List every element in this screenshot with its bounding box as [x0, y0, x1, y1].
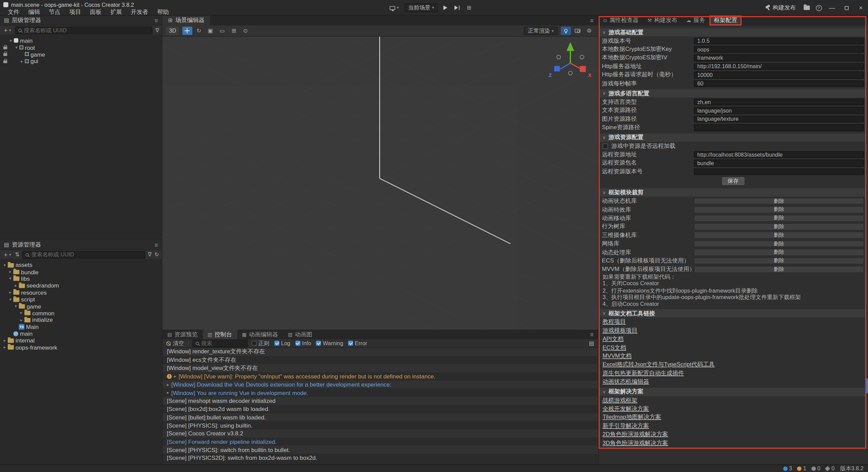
log-row[interactable]: [Scene] [PHYSICS]: switch from builtin t…	[162, 446, 598, 454]
menu-item-7[interactable]: 帮助	[153, 8, 173, 16]
delete-button[interactable]: 删除	[694, 198, 864, 204]
expand-icon[interactable]: ▸	[19, 317, 24, 322]
panel-menu-icon[interactable]: ≡	[590, 331, 598, 338]
hierarchy-node-game[interactable]: game	[2, 51, 162, 58]
play-button[interactable]	[442, 3, 449, 13]
save-button[interactable]: 保存	[722, 178, 744, 185]
property-input-0-2[interactable]	[694, 55, 864, 61]
property-input-0-4[interactable]	[694, 72, 864, 78]
asset-node-internal[interactable]: ▸internal	[2, 337, 162, 344]
link-4-1[interactable]: 游戏模板项目	[600, 326, 866, 335]
link-5-2[interactable]: Tiledmap地图解决方案	[600, 413, 866, 421]
open-log-file-icon[interactable]: ▤	[589, 340, 594, 346]
view-gizmo[interactable]: X Z	[545, 38, 596, 85]
property-input-1-0[interactable]	[694, 99, 864, 105]
property-input-2-0[interactable]	[694, 151, 864, 158]
link-4-6[interactable]: 原生包热更新配置自动生成插件	[600, 369, 866, 377]
maximize-button[interactable]	[839, 0, 854, 16]
property-input-2-1[interactable]	[694, 160, 864, 166]
lock-icon[interactable]	[3, 60, 7, 63]
pivot-button[interactable]: ⊙	[240, 26, 250, 35]
console-filter-0[interactable]: 正则	[252, 339, 269, 347]
link-4-3[interactable]: ECS文档	[600, 343, 866, 352]
preview-layout-button[interactable]: ⊞	[465, 3, 473, 13]
link-5-5[interactable]: 3D角色扮演游戏解决方案	[600, 438, 866, 447]
section-header-0[interactable]: ∨游戏基础配置	[600, 28, 866, 37]
console-search-input[interactable]	[201, 340, 244, 347]
delete-button[interactable]: 删除	[694, 249, 864, 256]
checkbox-icon[interactable]	[603, 143, 608, 149]
create-asset-button[interactable]: + ▾	[3, 251, 12, 258]
asset-node-oops-framework[interactable]: ▸oops-framework	[2, 344, 162, 351]
log-row[interactable]: [Scene] [PHYSICS]: using builtin.	[162, 421, 598, 429]
world-space-button[interactable]: ⊞	[229, 26, 239, 35]
asset-node-game[interactable]: ▾game	[2, 303, 162, 310]
close-button[interactable]: ×	[853, 0, 868, 16]
expand-icon[interactable]: ▸	[167, 382, 169, 387]
camera-settings-button[interactable]	[573, 26, 583, 35]
link-4-2[interactable]: API文档	[600, 335, 866, 343]
create-node-button[interactable]: + ▾	[3, 27, 12, 34]
delete-button[interactable]: 删除	[694, 206, 864, 213]
filter-icon[interactable]: ∇	[155, 27, 159, 33]
log-row[interactable]: [Window] render_texture文件夹不存在	[162, 348, 598, 356]
asset-node-main[interactable]: main	[2, 330, 162, 337]
hierarchy-node-gui[interactable]: ▸gui	[2, 58, 162, 64]
expand-icon[interactable]: ▸	[19, 59, 24, 64]
link-5-0[interactable]: 战棋游戏框架	[600, 396, 866, 405]
menu-item-1[interactable]: 编辑	[24, 8, 44, 16]
hierarchy-node-main[interactable]: ▾main	[2, 37, 162, 44]
asset-node-Main[interactable]: TSMain	[2, 323, 162, 330]
hierarchy-node-root[interactable]: ▾root	[2, 44, 162, 51]
expand-icon[interactable]: ▸	[2, 338, 7, 343]
collapse-icon[interactable]: ▾	[2, 262, 7, 268]
mode-3d-button[interactable]: 3D	[166, 26, 179, 35]
collapse-icon[interactable]: ▾	[8, 297, 13, 302]
console-filter-4[interactable]: Error	[348, 340, 367, 346]
link-4-7[interactable]: 动画状态机编辑器	[600, 377, 866, 386]
section-header-1[interactable]: ∨游戏多语言配置	[600, 90, 866, 98]
refresh-icon[interactable]: ↻	[154, 252, 159, 257]
rect-tool-button[interactable]: ▭	[217, 26, 227, 35]
property-input-0-5[interactable]	[694, 80, 864, 87]
panel-menu-icon[interactable]: ≡	[590, 17, 598, 24]
link-5-1[interactable]: 全栈开发解决方案	[600, 405, 866, 413]
checkbox-icon[interactable]	[252, 341, 257, 346]
collapse-icon[interactable]: ▾	[8, 276, 13, 281]
expand-icon[interactable]: ▸	[2, 345, 7, 350]
section-header-4[interactable]: ∨框架文档工具链接	[600, 309, 866, 318]
status-badge-task[interactable]: 0	[825, 465, 834, 471]
checkbox-icon[interactable]	[316, 341, 321, 346]
delete-button[interactable]: 删除	[694, 223, 864, 230]
expand-icon[interactable]: ▸	[8, 269, 13, 274]
inspector-tab-0[interactable]: ⊙属性检查器	[598, 16, 643, 25]
asset-node-initialize[interactable]: ▸initialize	[2, 316, 162, 323]
checkbox-icon[interactable]	[348, 341, 353, 346]
rotate-tool-button[interactable]: ↻	[194, 26, 204, 35]
collapse-icon[interactable]: ▾	[13, 303, 18, 309]
section-header-3[interactable]: ∨框架模块裁剪	[600, 189, 866, 197]
expand-icon[interactable]: ▸	[174, 374, 176, 379]
asset-node-common[interactable]: ▸common	[2, 310, 162, 316]
inspector-tab-3[interactable]: 框架配置	[710, 16, 742, 25]
scene-select[interactable]: 当前场景 ▾	[405, 3, 438, 12]
log-row[interactable]: [Window] model_view文件夹不存在	[162, 364, 598, 372]
console-tab-3[interactable]: ▧动画图	[283, 330, 317, 339]
expand-icon[interactable]: ▸	[13, 283, 18, 288]
delete-button[interactable]: 删除	[694, 232, 864, 239]
scene-settings-button[interactable]: ⚙	[584, 26, 594, 35]
asset-node-assets[interactable]: ▾assets	[2, 261, 162, 268]
asset-node-bundle[interactable]: ▸bundle	[2, 268, 162, 275]
log-row[interactable]: [Scene] [PHYSICS2D]: switch from box2d-w…	[162, 454, 598, 462]
menu-item-4[interactable]: 面板	[85, 8, 106, 16]
step-button[interactable]	[453, 3, 461, 13]
property-input-0-1[interactable]	[694, 46, 864, 53]
expand-icon[interactable]: ▸	[8, 290, 13, 295]
delete-button[interactable]: 删除	[694, 266, 864, 273]
link-4-0[interactable]: 教程项目	[600, 318, 866, 326]
console-filter-1[interactable]: Log	[274, 340, 290, 346]
panel-menu-icon[interactable]: ≡	[154, 241, 158, 248]
menu-item-5[interactable]: 扩展	[106, 8, 126, 16]
hierarchy-search-input[interactable]	[24, 27, 149, 34]
sort-icon[interactable]: ⇅	[15, 252, 20, 257]
